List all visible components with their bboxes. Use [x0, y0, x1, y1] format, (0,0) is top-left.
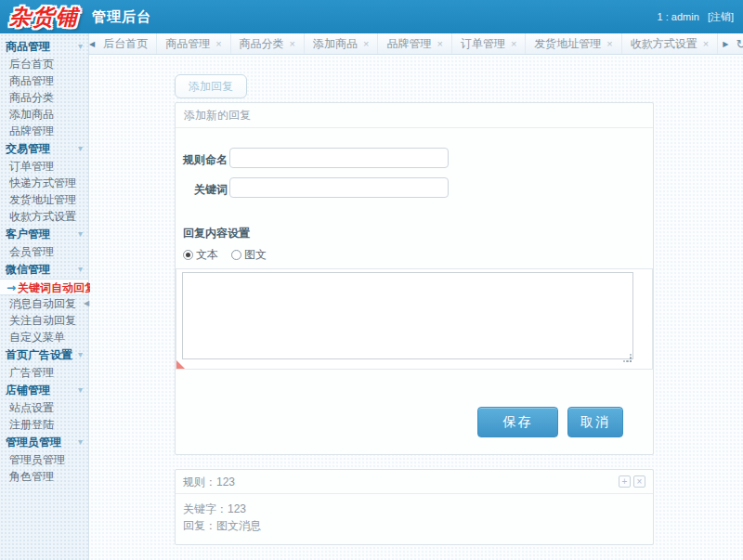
tab-order-manage[interactable]: 订单管理×: [452, 33, 526, 54]
sidebar-item-admin-manage[interactable]: 管理员管理: [0, 451, 88, 468]
close-icon[interactable]: ×: [290, 39, 295, 49]
reply-content-textarea[interactable]: [182, 272, 633, 359]
admin-page: 杂货铺 管理后台 1 : admin [注销] ◀ 后台首页 商品管理× 商品分…: [0, 0, 743, 560]
chevron-down-icon: ▾: [78, 139, 83, 158]
sidebar-item-goods-manage[interactable]: 商品管理: [0, 72, 88, 89]
sidebar-item-goods-category[interactable]: 商品分类: [0, 89, 88, 106]
rule-card-header: 规则：123 + ×: [176, 470, 653, 494]
radio-circle-icon: [231, 250, 241, 260]
chevron-down-icon: ▾: [78, 345, 83, 364]
rule-card: 规则：123 + × 关键字：123 回复：图文消息: [175, 469, 654, 545]
reply-content-section-label: 回复内容设置: [183, 226, 250, 241]
close-icon[interactable]: ×: [215, 39, 221, 49]
radio-news-option[interactable]: 图文: [231, 247, 267, 263]
sidebar-section-goods[interactable]: 商品管理▾: [0, 37, 88, 56]
add-reply-form-panel: 添加新的回复 规则命名 关键词 回复内容设置 文本 图文 保存 取消: [175, 102, 654, 455]
sidebar-item-payment-settings[interactable]: 收款方式设置: [0, 208, 88, 225]
sidebar-item-register-login[interactable]: 注册登陆: [0, 416, 88, 433]
sidebar-item-order-manage[interactable]: 订单管理: [0, 158, 88, 175]
close-icon[interactable]: ×: [437, 39, 442, 49]
chevron-down-icon: ▾: [78, 37, 83, 56]
header: 杂货铺 管理后台 1 : admin [注销]: [0, 0, 743, 33]
cancel-button[interactable]: 取消: [567, 407, 623, 437]
resize-grip-icon[interactable]: [623, 354, 632, 362]
sidebar-item-follow-auto-reply[interactable]: 关注自动回复: [0, 312, 88, 329]
sidebar-item-ship-address[interactable]: 发货地址管理: [0, 191, 88, 208]
rule-reply-line: 回复：图文消息: [183, 517, 645, 534]
sidebar-section-customer[interactable]: 客户管理▾: [0, 225, 88, 243]
sidebar-collapse-icon[interactable]: ◀: [84, 299, 89, 307]
sidebar-section-shop[interactable]: 店铺管理▾: [0, 381, 88, 399]
chevron-down-icon: ▾: [78, 381, 83, 399]
rule-name-input[interactable]: [229, 148, 449, 168]
radio-circle-icon: [183, 250, 193, 260]
sidebar-item-role-manage[interactable]: 角色管理: [0, 468, 88, 485]
keyword-input[interactable]: [229, 177, 449, 198]
sidebar-item-add-goods[interactable]: 添加商品: [0, 106, 88, 123]
close-icon[interactable]: ×: [703, 39, 709, 49]
tab-ship-address[interactable]: 发货地址管理×: [526, 33, 621, 54]
tab-home[interactable]: 后台首页: [95, 33, 157, 54]
close-icon[interactable]: ×: [606, 39, 612, 49]
rule-keyword-line: 关键字：123: [183, 501, 645, 517]
sidebar-section-wechat[interactable]: 微信管理▾: [0, 260, 88, 279]
refresh-icon[interactable]: ↻: [736, 37, 743, 51]
tab-payment-settings[interactable]: 收款方式设置×: [622, 33, 718, 54]
user-label: 1 : admin: [658, 11, 699, 22]
sidebar-item-express-manage[interactable]: 快递方式管理: [0, 175, 88, 191]
sidebar-item-member-manage[interactable]: 会员管理: [0, 243, 88, 260]
sidebar-item-keyword-auto-reply[interactable]: →关键词自动回复: [0, 279, 88, 295]
sidebar-item-ad-manage[interactable]: 广告管理: [0, 364, 88, 381]
tab-scroll-right-icon[interactable]: ▶: [722, 40, 729, 48]
sidebar-item-site-settings[interactable]: 站点设置: [0, 399, 88, 416]
save-button[interactable]: 保存: [477, 407, 558, 437]
rule-name-label: 规则命名: [183, 152, 228, 168]
page-title: 管理后台: [92, 8, 151, 26]
tab-add-goods[interactable]: 添加商品×: [305, 33, 378, 54]
radio-text-option[interactable]: 文本: [183, 247, 218, 263]
sidebar: 商品管理▾ 后台首页 商品管理 商品分类 添加商品 品牌管理 交易管理▾ 订单管…: [0, 33, 89, 560]
brand-logo: 杂货铺: [9, 3, 79, 32]
tab-goods-manage[interactable]: 商品管理×: [157, 33, 230, 54]
reply-content-wrapper: [176, 268, 653, 370]
required-marker-icon: [176, 360, 185, 369]
tab-controls: ▶ ↻ 更新缓存: [722, 33, 743, 54]
tabbar: ◀ 后台首页 商品管理× 商品分类× 添加商品× 品牌管理× 订单管理× 发货地…: [89, 33, 743, 55]
sidebar-item-home[interactable]: 后台首页: [0, 56, 88, 72]
chevron-down-icon: ▾: [78, 433, 83, 451]
close-icon[interactable]: ×: [511, 39, 516, 49]
add-reply-button[interactable]: 添加回复: [175, 74, 247, 98]
tab-goods-category[interactable]: 商品分类×: [231, 33, 305, 54]
keyword-label: 关键词: [183, 182, 228, 198]
rule-title: 规则：123: [183, 470, 616, 494]
reply-type-radio-group: 文本 图文: [183, 247, 280, 263]
arrow-right-icon: →: [7, 281, 16, 294]
tab-brand-manage[interactable]: 品牌管理×: [378, 33, 451, 54]
sidebar-item-message-auto-reply[interactable]: 消息自动回复: [0, 295, 88, 312]
rule-card-body: 关键字：123 回复：图文消息: [176, 494, 653, 534]
close-icon[interactable]: ×: [363, 39, 369, 49]
form-panel-title: 添加新的回复: [176, 103, 653, 128]
logout-link[interactable]: [注销]: [708, 11, 734, 22]
sidebar-section-trade[interactable]: 交易管理▾: [0, 139, 88, 158]
user-area: 1 : admin [注销]: [658, 10, 734, 24]
sidebar-section-admin[interactable]: 管理员管理▾: [0, 433, 88, 451]
sidebar-item-custom-menu[interactable]: 自定义菜单: [0, 329, 88, 345]
sidebar-section-home-ads[interactable]: 首页广告设置▾: [0, 345, 88, 364]
chevron-down-icon: ▾: [78, 260, 83, 279]
chevron-down-icon: ▾: [78, 225, 83, 243]
sidebar-item-brand-manage[interactable]: 品牌管理: [0, 123, 88, 139]
delete-icon[interactable]: ×: [633, 475, 645, 488]
toggle-icon[interactable]: +: [619, 475, 631, 488]
